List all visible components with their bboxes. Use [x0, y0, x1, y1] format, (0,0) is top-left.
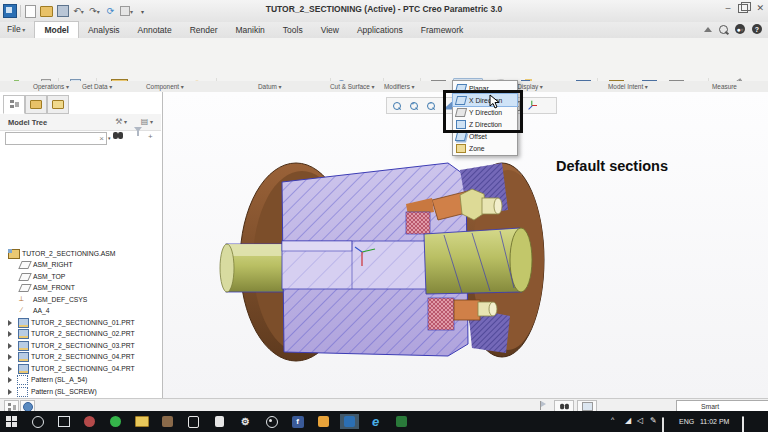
help-icon[interactable]: ?	[752, 24, 762, 34]
group-cut-surface[interactable]: Cut & Surface	[330, 83, 374, 90]
pinned-app-facebook[interactable]: f	[290, 414, 305, 429]
expand-icon[interactable]	[8, 331, 12, 337]
mouse-cursor	[489, 94, 500, 110]
datum-plane-icon	[18, 261, 32, 269]
command-locator-icon[interactable]: ●	[735, 24, 745, 34]
group-model-intent[interactable]: Model Intent	[608, 83, 648, 90]
favorites-tab[interactable]	[47, 95, 69, 114]
tree-search-row: × ▾ +	[0, 130, 161, 146]
folder-browser-tab[interactable]	[25, 95, 47, 114]
pinned-app-whatsapp[interactable]	[108, 414, 123, 429]
pinned-app-store[interactable]	[186, 414, 201, 429]
tree-row-axis[interactable]: ∕ AA_4	[0, 305, 160, 316]
tab-framework[interactable]: Framework	[412, 22, 473, 38]
tab-model[interactable]: Model	[34, 21, 79, 38]
tab-analysis[interactable]: Analysis	[79, 22, 129, 38]
touch-keyboard-icon[interactable]	[662, 418, 664, 432]
zoom-in-icon[interactable]	[407, 100, 420, 111]
tree-row-assembly[interactable]: TUTOR_2_SECTIONING.ASM	[0, 248, 160, 259]
model-tree-title: Model Tree	[8, 118, 47, 127]
tree-row-pattern[interactable]: Pattern (SL_A_54)	[0, 374, 160, 385]
csys-icon: ⟂	[19, 295, 24, 303]
settings-button[interactable]: ⚙	[238, 414, 253, 429]
tree-row-part[interactable]: TUTOR_2_SECTIONING_02.PRT	[0, 328, 160, 339]
saved-orientations-icon[interactable]	[526, 100, 539, 111]
restore-icon[interactable]	[738, 4, 748, 13]
model-3d-coupling[interactable]	[210, 148, 555, 383]
language-indicator[interactable]: ENG	[679, 418, 694, 425]
group-component[interactable]: Component	[146, 83, 184, 90]
file-explorer-button[interactable]	[134, 414, 149, 429]
expand-icon[interactable]	[8, 366, 12, 372]
expand-icon[interactable]	[8, 343, 12, 349]
collapse-ribbon-icon[interactable]	[704, 27, 712, 32]
pinned-app-recorder[interactable]	[264, 414, 279, 429]
screen: { "window": { "title": "TUTOR_2_SECTIONI…	[0, 0, 768, 432]
pinned-app-sticky-notes[interactable]	[316, 414, 331, 429]
search-options-dropdown-icon[interactable]: ▾	[108, 135, 111, 141]
pinned-app-calculator[interactable]	[212, 414, 227, 429]
add-filter-icon[interactable]: +	[148, 132, 153, 141]
tree-row-datum[interactable]: ASM_FRONT	[0, 282, 160, 293]
tree-row-datum[interactable]: ASM_RIGHT	[0, 259, 160, 270]
start-button[interactable]	[4, 414, 19, 429]
search-icon[interactable]	[719, 25, 728, 34]
expand-icon[interactable]	[8, 320, 12, 326]
expand-icon[interactable]	[8, 377, 12, 383]
tree-filters-icon[interactable]: ⚒	[115, 117, 127, 126]
pinned-app-excel[interactable]	[394, 414, 409, 429]
tree-row-datum[interactable]: ASM_TOP	[0, 271, 160, 282]
expand-icon[interactable]	[8, 354, 12, 360]
cortana-button[interactable]	[30, 414, 45, 429]
menu-item-zone[interactable]: Zone	[453, 142, 517, 154]
pinned-app-edge[interactable]: e	[368, 414, 383, 429]
title-bar: ↶ ↷ ⟳ ▾ TUTOR_2_SECTIONING (Active) - PT…	[0, 0, 768, 23]
taskbar-active-app-creo[interactable]	[340, 414, 359, 429]
refit-icon[interactable]	[390, 100, 403, 111]
ribbon-tabs: File Model Analysis Annotate Render Mani…	[0, 22, 768, 38]
tree-row-part[interactable]: TUTOR_2_SECTIONING_01.PRT	[0, 317, 160, 328]
tab-applications[interactable]: Applications	[348, 22, 412, 38]
pinned-app-photos[interactable]	[160, 414, 175, 429]
network-icon[interactable]: ◢	[625, 416, 631, 425]
tree-row-part[interactable]: TUTOR_2_SECTIONING_03.PRT	[0, 340, 160, 351]
navigator-panel: Model Tree ⚒ ▤ × ▾ + TUTOR_2_SECTIONING.…	[0, 92, 163, 398]
tree-columns-icon[interactable]: ▤	[141, 117, 153, 126]
action-center-icon[interactable]	[742, 417, 744, 432]
tab-manikin[interactable]: Manikin	[227, 22, 274, 38]
tab-file[interactable]: File	[0, 21, 34, 38]
tree-row-csys[interactable]: ⟂ ASM_DEF_CSYS	[0, 294, 160, 305]
filter-icon[interactable]	[134, 132, 142, 141]
task-view-button[interactable]	[56, 414, 71, 429]
tree-row-part[interactable]: TUTOR_2_SECTIONING_04.PRT	[0, 363, 160, 374]
clear-search-icon[interactable]: ×	[99, 133, 104, 144]
clock[interactable]: 11:02 PM	[700, 418, 729, 425]
tab-render[interactable]: Render	[181, 22, 227, 38]
status-bar: Smart ▼	[0, 398, 768, 412]
pattern-icon	[17, 387, 28, 397]
datum-plane-icon	[18, 273, 32, 281]
ribbon-utility-icons: ● ?	[704, 24, 762, 34]
hidden-icons-chevron[interactable]: ^	[611, 416, 614, 423]
tab-view[interactable]: View	[312, 22, 348, 38]
expand-icon[interactable]	[8, 389, 12, 395]
minimize-icon[interactable]: –	[725, 3, 730, 13]
tree-search-input[interactable]: ×	[5, 132, 107, 145]
tab-tools[interactable]: Tools	[274, 22, 312, 38]
axis-icon: ∕	[21, 306, 22, 313]
part-icon	[18, 364, 29, 374]
datum-plane-icon	[18, 284, 32, 292]
volume-icon[interactable]: ◁	[637, 416, 643, 425]
group-modifiers[interactable]: Modifiers	[384, 83, 415, 90]
pen-icon[interactable]: ✎	[650, 416, 657, 425]
tree-row-pattern[interactable]: Pattern (SL_SCREW)	[0, 386, 160, 397]
pinned-app-contacts[interactable]	[82, 414, 97, 429]
group-datum[interactable]: Datum	[258, 83, 282, 90]
tree-row-part[interactable]: TUTOR_2_SECTIONING_04.PRT	[0, 351, 160, 362]
tab-annotate[interactable]: Annotate	[129, 22, 181, 38]
group-operations[interactable]: Operations	[33, 83, 69, 90]
model-tree-tab[interactable]	[3, 95, 25, 114]
zoom-out-icon[interactable]	[424, 100, 437, 111]
group-get-data[interactable]: Get Data	[82, 83, 112, 90]
close-icon[interactable]: ✕	[756, 3, 764, 13]
